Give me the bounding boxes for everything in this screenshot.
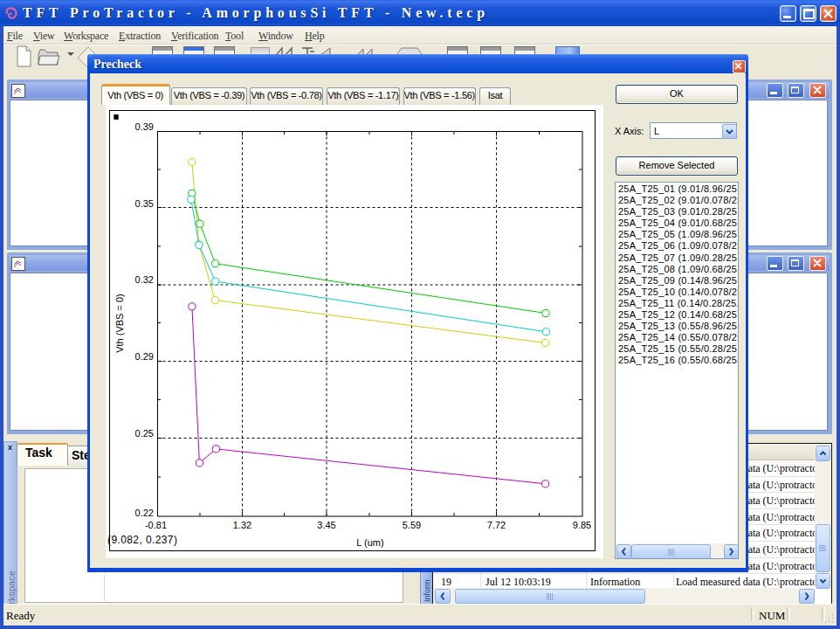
svg-text:0.22: 0.22 [135, 508, 154, 518]
svg-text:0.29: 0.29 [135, 351, 154, 362]
svg-text:Vth (VBS = 0): Vth (VBS = 0) [114, 294, 125, 353]
svg-text:0.39: 0.39 [135, 121, 154, 132]
svg-text:1.32: 1.32 [233, 520, 251, 530]
svg-text:0.35: 0.35 [135, 198, 154, 209]
svg-text:L (um): L (um) [356, 537, 383, 548]
svg-text:0.32: 0.32 [135, 274, 154, 285]
svg-text:5.59: 5.59 [403, 520, 421, 530]
svg-text:7.72: 7.72 [487, 520, 506, 530]
svg-text:0.25: 0.25 [135, 428, 154, 439]
svg-text:9.85: 9.85 [573, 520, 591, 530]
svg-text:3.45: 3.45 [317, 520, 335, 530]
svg-text:-0.81: -0.81 [145, 520, 167, 530]
svg-text:(9.082, 0.237): (9.082, 0.237) [107, 534, 177, 546]
